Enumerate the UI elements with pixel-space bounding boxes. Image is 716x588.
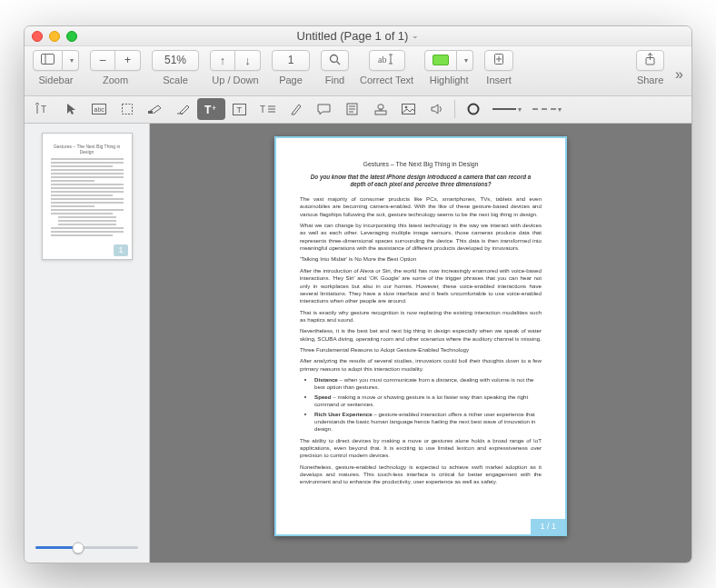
sidebar-icon bbox=[41, 54, 55, 66]
page-label: Page bbox=[279, 75, 303, 85]
doc-paragraph: Nevertheless, it is the best bet and nex… bbox=[300, 327, 542, 343]
sidebar-menu-button[interactable]: ▾ bbox=[63, 50, 79, 71]
sidebar-button[interactable] bbox=[33, 50, 63, 71]
svg-marker-39 bbox=[432, 105, 438, 114]
svg-text:abc: abc bbox=[94, 106, 104, 113]
text-box-tool[interactable]: T bbox=[225, 98, 254, 120]
page-up-button[interactable]: ↑ bbox=[210, 50, 235, 71]
scale-label: Scale bbox=[163, 75, 188, 85]
highlight-group: ▾ Highlight bbox=[424, 50, 473, 85]
svg-marker-15 bbox=[67, 104, 75, 115]
titlebar: Untitled (Page 1 of 1) ⌄ bbox=[25, 26, 691, 46]
zoom-label: Zoom bbox=[103, 75, 128, 85]
crop-tool[interactable] bbox=[113, 98, 141, 120]
text-style-tool[interactable]: T bbox=[254, 98, 282, 120]
doc-paragraph: The vast majority of consumer products l… bbox=[300, 195, 542, 218]
doc-title: Gestures – The Next Big Thing in Design bbox=[300, 160, 542, 168]
window-controls bbox=[32, 31, 77, 42]
thumbnail-sidebar: Gestures – The Next Big Thing in Design … bbox=[25, 124, 150, 563]
window-title[interactable]: Untitled (Page 1 of 1) ⌄ bbox=[297, 29, 420, 43]
svg-text:T: T bbox=[237, 105, 243, 115]
scale-group: 51% Scale bbox=[152, 50, 199, 85]
thumbnail-zoom-slider[interactable] bbox=[35, 541, 138, 555]
chevron-down-icon: ▾ bbox=[518, 105, 522, 114]
sidebar-group: ▾ Sidebar bbox=[33, 50, 79, 85]
svg-text:+: + bbox=[212, 104, 216, 113]
zoom-in-button[interactable]: + bbox=[115, 50, 141, 71]
image-tool[interactable] bbox=[394, 98, 423, 120]
insert-button[interactable] bbox=[484, 50, 513, 71]
zoom-out-button[interactable]: – bbox=[90, 50, 115, 71]
search-icon bbox=[329, 54, 341, 67]
doc-paragraph: The ability to direct devices by making … bbox=[300, 437, 542, 460]
highlight-swatch bbox=[433, 55, 449, 65]
minimize-window-button[interactable] bbox=[49, 31, 60, 42]
doc-paragraph: That is exactly why gesture recognition … bbox=[300, 309, 542, 324]
svg-point-38 bbox=[405, 106, 408, 109]
doc-bullet: Distance – when you must communicate fro… bbox=[314, 376, 542, 392]
redact-tool[interactable] bbox=[141, 98, 169, 120]
page-down-button[interactable]: ↓ bbox=[235, 50, 261, 71]
doc-paragraph: What we can change by incorporating this… bbox=[300, 222, 542, 252]
svg-rect-33 bbox=[378, 105, 383, 109]
line-style-dash-button[interactable]: ▾ bbox=[527, 105, 567, 114]
shape-tool[interactable] bbox=[459, 98, 487, 120]
svg-text:ab: ab bbox=[378, 55, 386, 65]
app-window: Untitled (Page 1 of 1) ⌄ ▾ Sidebar – + Z… bbox=[24, 25, 692, 563]
document-page-1[interactable]: Gestures – The Next Big Thing in Design … bbox=[274, 136, 567, 536]
stamp-tool[interactable] bbox=[366, 98, 394, 120]
svg-text:T: T bbox=[204, 104, 212, 115]
chevron-down-icon: ▾ bbox=[464, 56, 468, 65]
sound-tool[interactable] bbox=[423, 98, 451, 120]
svg-point-40 bbox=[468, 105, 478, 115]
annotation-toolbar: T abc T+ T T ▾ ▾ bbox=[25, 96, 691, 124]
correct-text-button[interactable]: ab bbox=[369, 50, 405, 71]
correct-text-group: ab Correct Text bbox=[360, 50, 413, 85]
add-text-tool[interactable]: T+ bbox=[197, 98, 225, 120]
sidebar-label: Sidebar bbox=[39, 75, 74, 85]
arrow-up-icon: ↑ bbox=[220, 55, 226, 66]
page-viewport[interactable]: Gestures – The Next Big Thing in Design … bbox=[150, 124, 691, 563]
thumbnail-page-badge: 1 bbox=[114, 244, 127, 255]
svg-line-3 bbox=[337, 61, 341, 65]
arrow-down-icon: ↓ bbox=[244, 55, 251, 66]
zoom-group: – + Zoom bbox=[90, 50, 141, 85]
content-area: Gestures – The Next Big Thing in Design … bbox=[25, 124, 691, 563]
page-field[interactable]: 1 bbox=[272, 50, 310, 71]
share-icon bbox=[644, 53, 656, 67]
doc-paragraph: After analyzing the results of several s… bbox=[300, 357, 542, 373]
chevron-down-icon: ⌄ bbox=[412, 31, 419, 40]
updown-group: ↑ ↓ Up / Down bbox=[210, 50, 261, 85]
doc-bullet: Speed – making a move or showing gesture… bbox=[314, 394, 542, 409]
comment-tool[interactable] bbox=[310, 98, 338, 120]
insert-label: Insert bbox=[486, 75, 512, 85]
share-button[interactable] bbox=[636, 50, 664, 71]
highlight-button[interactable] bbox=[424, 50, 457, 71]
find-button[interactable] bbox=[321, 50, 349, 71]
doc-heading: Three Fundamental Reasons to Adopt Gestu… bbox=[300, 346, 542, 354]
page-thumbnail-1[interactable]: Gestures – The Next Big Thing in Design … bbox=[42, 133, 133, 260]
scale-field[interactable]: 51% bbox=[152, 50, 199, 71]
svg-point-2 bbox=[331, 55, 338, 62]
line-style-solid-button[interactable]: ▾ bbox=[487, 105, 527, 114]
note-tool[interactable] bbox=[338, 98, 366, 120]
edit-text-tool[interactable]: T bbox=[28, 98, 56, 120]
correct-text-label: Correct Text bbox=[360, 75, 413, 85]
zoom-window-button[interactable] bbox=[66, 31, 77, 42]
chevron-down-icon: ▾ bbox=[558, 105, 562, 114]
doc-heading: 'Talking Into Midair' is No More the Bes… bbox=[300, 255, 542, 263]
ocr-tool[interactable]: abc bbox=[85, 98, 113, 120]
select-tool[interactable] bbox=[56, 98, 85, 120]
chevron-down-icon: ▾ bbox=[70, 56, 74, 65]
share-label: Share bbox=[637, 75, 663, 85]
close-window-button[interactable] bbox=[32, 31, 43, 42]
highlight-menu-button[interactable]: ▾ bbox=[457, 50, 473, 71]
share-group: Share bbox=[636, 50, 664, 85]
updown-label: Up / Down bbox=[212, 75, 258, 85]
highlighter-tool[interactable] bbox=[282, 98, 310, 120]
doc-subtitle: Do you know that the latest iPhone desig… bbox=[309, 174, 532, 189]
erase-tool[interactable] bbox=[169, 98, 197, 120]
svg-rect-19 bbox=[148, 111, 153, 114]
toolbar-overflow-button[interactable]: » bbox=[675, 66, 683, 83]
svg-rect-34 bbox=[375, 111, 386, 115]
